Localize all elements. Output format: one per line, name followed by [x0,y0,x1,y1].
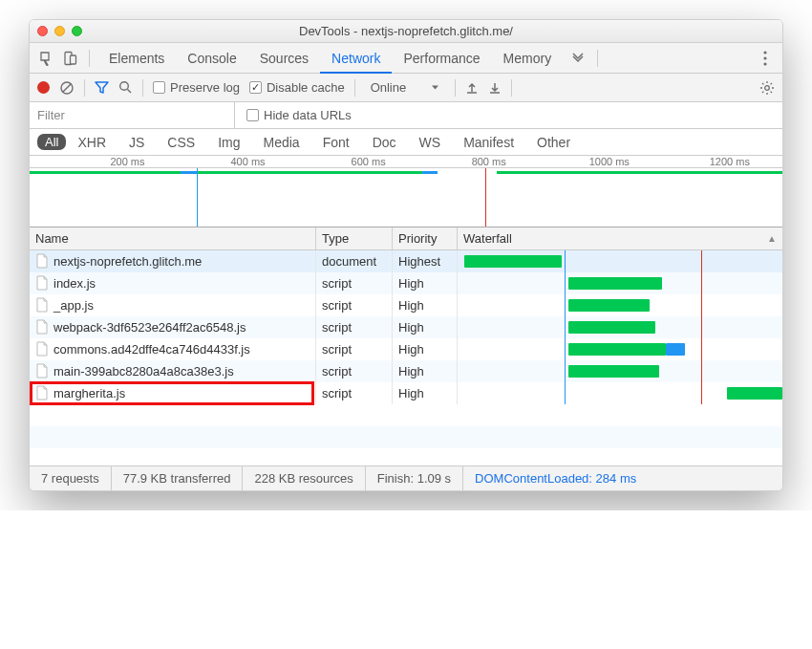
overview-bar [497,171,782,174]
filter-input[interactable] [30,102,235,128]
cell-name: main-399abc8280a4a8ca38e3.js [30,360,316,382]
col-header-name[interactable]: Name [30,227,316,249]
table-row[interactable]: margherita.jsscriptHigh [30,382,782,404]
cell-priority: High [393,272,458,294]
cell-type: script [316,338,393,360]
cell-type: document [316,250,393,272]
type-filter-media[interactable]: Media [264,135,300,150]
filter-icon[interactable] [95,80,109,95]
type-filter-css[interactable]: CSS [167,135,195,150]
tab-sources[interactable]: Sources [248,43,320,74]
table-row[interactable]: _app.jsscriptHigh [30,294,782,316]
waterfall-marker [565,338,566,360]
status-transferred: 77.9 KB transferred [112,466,244,490]
waterfall-bar [568,299,650,312]
network-toolbar: Preserve log Disable cache Online [30,74,782,102]
download-har-icon[interactable] [488,81,502,95]
waterfall-marker [701,316,702,338]
device-toolbar-icon[interactable] [58,47,81,70]
ruler-tick: 1000 ms [589,156,630,167]
svg-point-4 [763,62,766,65]
cell-priority: High [393,382,458,404]
search-icon[interactable] [118,80,133,95]
kebab-menu-icon[interactable] [754,47,777,70]
svg-point-7 [120,82,129,91]
type-filter-other[interactable]: Other [537,135,570,150]
table-row[interactable]: main-399abc8280a4a8ca38e3.jsscriptHigh [30,360,782,382]
type-filter-all[interactable]: All [37,134,66,150]
col-header-priority[interactable]: Priority [393,227,458,249]
inspect-element-icon[interactable] [35,47,58,70]
cell-name: nextjs-noprefetch.glitch.me [30,250,316,272]
svg-point-9 [765,85,770,90]
type-filter-img[interactable]: Img [218,135,240,150]
type-filter-manifest[interactable]: Manifest [463,135,514,150]
file-icon [35,341,49,357]
settings-icon[interactable] [759,80,775,96]
chevron-down-icon [431,83,439,92]
type-filter-ws[interactable]: WS [419,135,441,150]
preserve-log-checkbox[interactable]: Preserve log [153,80,240,95]
table-row[interactable]: nextjs-noprefetch.glitch.medocumentHighe… [30,250,782,272]
tab-performance[interactable]: Performance [392,43,491,74]
svg-rect-1 [71,55,76,64]
record-button[interactable] [37,81,50,94]
upload-har-icon[interactable] [465,81,479,95]
svg-point-5 [61,82,73,94]
cell-name: webpack-3df6523e264ff2ac6548.js [30,316,316,338]
col-header-waterfall[interactable]: Waterfall ▲ [458,227,782,249]
status-domcontentloaded[interactable]: DOMContentLoaded: 284 ms [463,466,648,490]
ruler-tick: 600 ms [352,156,386,167]
disable-cache-checkbox[interactable]: Disable cache [249,80,345,95]
cell-waterfall [458,382,782,404]
tab-memory[interactable]: Memory [492,43,564,74]
file-icon [35,297,49,313]
type-filter-font[interactable]: Font [323,135,350,150]
cell-waterfall [458,294,782,316]
cell-name: _app.js [30,294,316,316]
table-row[interactable]: webpack-3df6523e264ff2ac6548.jsscriptHig… [30,316,782,338]
tab-network[interactable]: Network [320,43,392,74]
waterfall-marker [701,338,702,360]
preserve-log-label: Preserve log [170,80,240,95]
ruler-tick: 800 ms [472,156,506,167]
tab-elements[interactable]: Elements [97,43,176,74]
ruler-tick: 200 ms [110,156,144,167]
request-table: Name Type Priority Waterfall ▲ nextjs-no… [30,227,782,465]
waterfall-marker [565,382,566,404]
hide-data-urls-label: Hide data URLs [264,108,352,122]
tab-console[interactable]: Console [176,43,247,74]
waterfall-bar [568,343,666,356]
more-tabs-icon[interactable] [566,47,589,70]
col-header-type[interactable]: Type [316,227,393,249]
table-row[interactable]: index.jsscriptHigh [30,272,782,294]
status-requests: 7 requests [30,466,112,490]
cell-type: script [316,294,393,316]
waterfall-bar [568,277,663,290]
hide-data-urls-checkbox[interactable]: Hide data URLs [246,108,352,122]
svg-line-6 [63,84,71,92]
divider [142,79,143,97]
overview-bar [30,171,181,174]
ruler-tick: 400 ms [230,156,265,167]
overview-timeline[interactable] [30,168,782,227]
cell-type: script [316,360,393,382]
file-icon [35,275,49,291]
table-row[interactable]: commons.ad42dffe4ca746d4433f.jsscriptHig… [30,338,782,360]
throttling-select[interactable]: Online [365,80,446,95]
divider [354,79,355,97]
type-filter-js[interactable]: JS [129,135,144,150]
overview-bar [181,171,197,174]
waterfall-marker [565,360,566,382]
cell-waterfall [458,338,782,360]
type-filter-xhr[interactable]: XHR [77,135,106,150]
throttling-value: Online [371,80,407,95]
type-filter-doc[interactable]: Doc [373,135,396,150]
divider [84,79,85,97]
clear-icon[interactable] [59,80,75,96]
waterfall-bar [568,365,659,378]
window-title: DevTools - nextjs-noprefetch.glitch.me/ [30,24,782,38]
status-bar: 7 requests 77.9 KB transferred 228 KB re… [30,465,782,490]
cell-priority: High [393,294,458,316]
cell-priority: Highest [393,250,458,272]
